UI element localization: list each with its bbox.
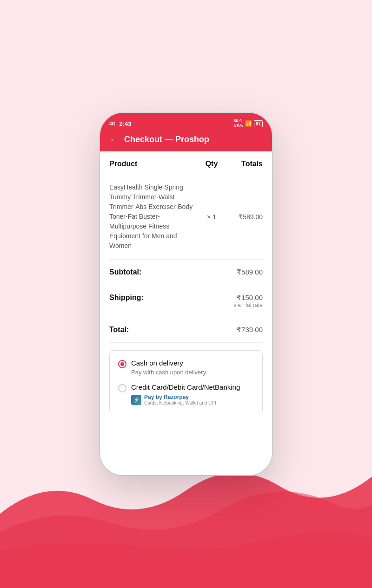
back-button[interactable]: ← [109, 134, 119, 145]
payment-info-cod: Cash on delivery Pay with cash upon deli… [131, 359, 254, 376]
status-right: 80.9KB/s 📶 81 [233, 118, 263, 129]
page-title: Checkout — Proshop [124, 135, 209, 144]
payment-name-card: Credit Card/Debit Card/NetBanking [131, 383, 254, 391]
wifi-icon: 📶 [245, 120, 252, 127]
col-header-totals: Totals [226, 160, 263, 168]
time-display: 2:43 [119, 120, 131, 127]
product-name: EasyHealth Single Spring Tummy Trimmer-W… [109, 183, 198, 251]
shipping-amount: ₹150.00 [233, 294, 263, 302]
status-bar: 4G 2:43 80.9KB/s 📶 81 [100, 113, 272, 130]
razorpay-badge: Pay by Razorpay Cards, Netbanking, Walle… [131, 394, 254, 405]
phone-frame: 4G 2:43 80.9KB/s 📶 81 ← Checkout — Prosh… [100, 113, 272, 475]
shipping-value: ₹150.00 via Flat rate [233, 294, 263, 308]
payment-section: Cash on delivery Pay with cash upon deli… [109, 350, 263, 414]
subtotal-row: Subtotal: ₹589.00 [109, 260, 263, 285]
payment-option-card[interactable]: Credit Card/Debit Card/NetBanking Pay by… [118, 383, 254, 405]
radio-card[interactable] [118, 384, 126, 392]
status-left: 4G 2:43 [109, 120, 131, 127]
radio-cod[interactable] [118, 360, 126, 368]
payment-info-card: Credit Card/Debit Card/NetBanking Pay by… [131, 383, 254, 405]
data-speed: 80.9KB/s [233, 118, 243, 129]
payment-option-cod[interactable]: Cash on delivery Pay with cash upon deli… [118, 359, 254, 376]
signal-indicator: 4G [109, 121, 115, 126]
col-header-qty: Qty [198, 160, 226, 168]
table-header: Product Qty Totals [109, 151, 263, 174]
total-value: ₹739.00 [237, 326, 263, 334]
top-bar: ← Checkout — Proshop [100, 130, 272, 151]
product-qty: × 1 [198, 213, 226, 221]
total-label: Total: [109, 326, 129, 334]
payment-name-cod: Cash on delivery [131, 359, 254, 367]
payment-desc-cod: Pay with cash upon delivery. [131, 369, 254, 376]
shipping-via: via Flat rate [233, 302, 263, 308]
razorpay-logo [131, 395, 141, 405]
razorpay-name: Pay by Razorpay [144, 394, 216, 400]
shipping-row: Shipping: ₹150.00 via Flat rate [109, 285, 263, 317]
subtotal-label: Subtotal: [109, 268, 141, 276]
shipping-label: Shipping: [109, 294, 144, 302]
razorpay-sub: Cards, Netbanking, Wallet and UPI [144, 400, 216, 405]
total-row: Total: ₹739.00 [109, 317, 263, 343]
product-row: EasyHealth Single Spring Tummy Trimmer-W… [109, 174, 263, 260]
subtotal-value: ₹589.00 [237, 268, 263, 276]
col-header-product: Product [109, 160, 198, 168]
product-price: ₹589.00 [226, 213, 263, 221]
battery-indicator: 81 [254, 120, 263, 127]
content-area: Product Qty Totals EasyHealth Single Spr… [100, 151, 272, 475]
razorpay-text: Pay by Razorpay Cards, Netbanking, Walle… [144, 394, 216, 405]
